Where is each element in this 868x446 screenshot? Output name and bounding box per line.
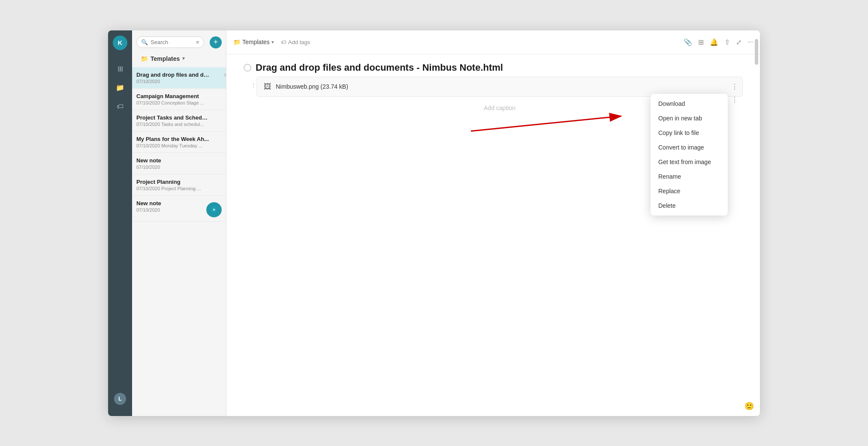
breadcrumb: 📁 Templates ▾ [233, 39, 274, 45]
note-meta: 07/10/2020 Tasks and schedul... [136, 122, 209, 127]
emoji-icon[interactable]: 🙂 [744, 401, 754, 411]
folder-label: Templates [151, 55, 180, 62]
note-title: Drag and drop files and do... [136, 72, 209, 78]
search-bar: 🔍 ≡ [136, 36, 204, 48]
note-meta: 07/10/2020 [136, 165, 209, 170]
more-options-icon[interactable]: ··· [747, 38, 753, 46]
convert-to-image-menu-item[interactable]: Convert to image [651, 140, 728, 155]
notes-panel-header: 🔍 ≡ + 📁 Templates ▾ [132, 30, 226, 67]
folder-icon-small: 📁 [141, 55, 148, 62]
file-options-icon[interactable]: ⋮ [731, 83, 738, 91]
list-item[interactable]: Campaign Management 07/10/2020 Conceptio… [132, 89, 226, 110]
add-note-button[interactable]: + [210, 36, 222, 48]
grid-view-icon[interactable]: ⊞ [698, 38, 704, 46]
copy-link-menu-item[interactable]: Copy link to file [651, 126, 728, 140]
note-title: Project Tasks and Schedules [136, 114, 209, 121]
add-tags-button[interactable]: 🏷 Add tags [281, 39, 310, 45]
note-meta: 07/10/2020 Monday Tuesday ... [136, 143, 209, 148]
scrollbar-thumb [755, 39, 758, 65]
svg-text:N: N [213, 208, 215, 212]
user-icon-bottom[interactable]: L [112, 391, 128, 407]
folder-caret-icon: ▾ [182, 56, 185, 61]
expand-icon[interactable]: ⤢ [736, 38, 741, 46]
image-file-icon: 🖼 [264, 82, 271, 91]
note-meta: 07/10/2020 Project Planning ... [136, 186, 209, 191]
note-title: New note [136, 200, 209, 207]
list-item[interactable]: New note 07/10/2020 [132, 153, 226, 174]
sidebar-icons: K ⊞ 📁 🏷 L [108, 30, 132, 416]
breadcrumb-folder-icon: 📁 [233, 39, 241, 45]
list-item[interactable]: Project Tasks and Schedules 07/10/2020 T… [132, 110, 226, 132]
bell-icon[interactable]: 🔔 [710, 38, 718, 46]
grid-icon[interactable]: ⊞ [112, 61, 128, 77]
notes-panel: 🔍 ≡ + 📁 Templates ▾ Drag and drop files … [132, 30, 226, 416]
list-item[interactable]: My Plans for the Week Ah... 07/10/2020 M… [132, 132, 226, 153]
get-text-menu-item[interactable]: Get text from image [651, 155, 728, 169]
note-meta: 07/10/2020 Conception Stage ... [136, 100, 209, 105]
note-title: New note [136, 157, 209, 164]
list-item[interactable]: New note 07/10/2020 N [132, 196, 226, 222]
filter-icon[interactable]: ≡ [196, 39, 199, 45]
context-menu: ⋮ Download Open in new tab Copy link to … [651, 94, 728, 216]
note-title: Campaign Management [136, 93, 209, 99]
breadcrumb-label[interactable]: Templates [242, 39, 270, 45]
replace-menu-item[interactable]: Replace [651, 184, 728, 198]
note-meta: 07/10/2020 [136, 79, 209, 84]
doc-status-circle [244, 64, 251, 72]
add-tags-label: Add tags [288, 39, 310, 45]
search-input[interactable] [151, 39, 193, 45]
rename-menu-item[interactable]: Rename [651, 169, 728, 184]
notes-list: Drag and drop files and do... 07/10/2020… [132, 67, 226, 416]
toolbar-right: 📎 ⊞ 🔔 ⇧ ⤢ ··· [684, 38, 753, 46]
folder-icon[interactable]: 📁 [112, 80, 128, 96]
tag-icon[interactable]: 🏷 [112, 99, 128, 114]
download-menu-item[interactable]: Download [651, 96, 728, 111]
doc-title: Drag and drop files and documents - Nimb… [256, 62, 503, 73]
list-item[interactable]: Drag and drop files and do... 07/10/2020 [132, 67, 226, 89]
context-menu-dots-icon[interactable]: ⋮ [729, 95, 740, 105]
breadcrumb-caret-icon: ▾ [271, 39, 274, 45]
main-toolbar: 📁 Templates ▾ 🏷 Add tags 📎 ⊞ 🔔 ⇧ ⤢ ··· [226, 30, 760, 54]
share-icon[interactable]: ⇧ [724, 38, 730, 46]
note-title: My Plans for the Week Ah... [136, 136, 209, 142]
main-content: 📁 Templates ▾ 🏷 Add tags 📎 ⊞ 🔔 ⇧ ⤢ ··· D… [226, 30, 760, 416]
note-title: Project Planning [136, 179, 209, 185]
open-in-new-tab-menu-item[interactable]: Open in new tab [651, 111, 728, 126]
note-meta: 07/10/2020 [136, 207, 209, 213]
note-avatar: N [206, 202, 222, 218]
tag-icon: 🏷 [281, 39, 286, 45]
user-avatar[interactable]: K [113, 36, 127, 50]
attachment-icon[interactable]: 📎 [684, 38, 692, 46]
folder-header[interactable]: 📁 Templates ▾ [136, 52, 222, 64]
scrollbar[interactable] [755, 30, 758, 416]
delete-menu-item[interactable]: Delete [651, 198, 728, 213]
list-item[interactable]: Project Planning 07/10/2020 Project Plan… [132, 174, 226, 196]
file-name: Nimbusweb.png (23.74 kB) [276, 83, 735, 90]
search-icon: 🔍 [141, 39, 148, 45]
